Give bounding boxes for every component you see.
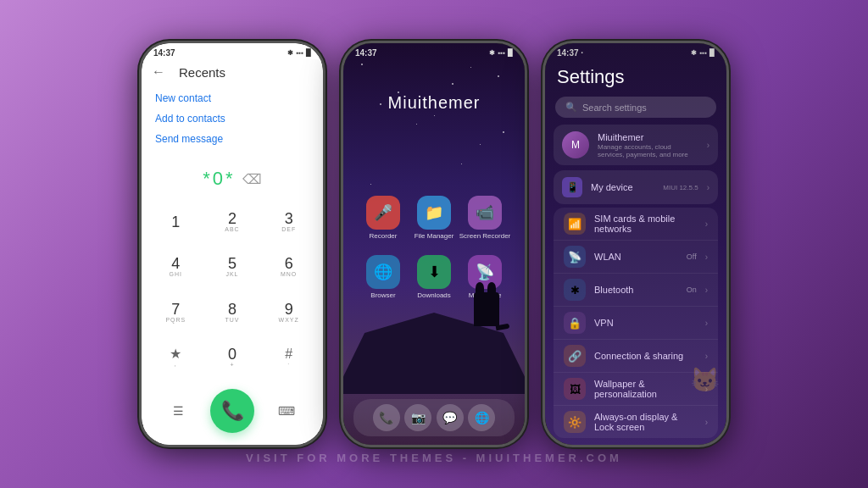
- settings-item-aod[interactable]: 🔆 Always-on display & Lock screen ›: [554, 405, 718, 438]
- dock-browser-icon[interactable]: 🌐: [468, 404, 495, 431]
- bluetooth-icon-2: ✱: [489, 49, 495, 57]
- dialer-bottom-bar: ☰ 📞 ⌨: [142, 382, 323, 445]
- signal-icon-2: ▪▪▪: [498, 49, 505, 57]
- sim-chevron: ›: [705, 219, 708, 229]
- vpn-icon-wrap: 🔒: [564, 312, 586, 334]
- vpn-icon: 🔒: [568, 317, 581, 330]
- status-icons-2: ✱ ▪▪▪ ▉: [489, 49, 513, 57]
- sim-label: SIM cards & mobile networks: [594, 214, 697, 234]
- home-username: Miuithemer: [343, 59, 525, 130]
- settings-item-sim[interactable]: 📶 SIM cards & mobile networks ›: [554, 208, 718, 240]
- status-bar-2: 14:37 ✱ ▪▪▪ ▉: [343, 43, 525, 59]
- connection-chevron: ›: [705, 352, 708, 361]
- time-2: 14:37: [355, 48, 377, 58]
- cat: [474, 292, 499, 326]
- sim-icon: 📶: [568, 218, 581, 230]
- app-row-1: 🎤 Recorder 📁 File Manager 📹 Screen Recor…: [343, 196, 525, 240]
- dock-phone-icon[interactable]: 📞: [373, 404, 400, 431]
- number-display: *0* ⌫: [142, 154, 323, 197]
- aod-icon-wrap: 🔆: [564, 411, 586, 433]
- bluetooth-chevron: ›: [705, 286, 708, 295]
- search-placeholder: Search settings: [582, 103, 647, 113]
- keypad-icon[interactable]: ⌨: [273, 397, 300, 424]
- wlan-icon-wrap: 📡: [564, 246, 586, 268]
- app-screenrecorder-label: Screen Recorder: [459, 232, 510, 240]
- dialer-menu: New contact Add to contacts Send message: [142, 83, 323, 154]
- dial-key-2[interactable]: 2ABC: [205, 200, 260, 243]
- dock-messages-icon[interactable]: 💬: [437, 404, 464, 431]
- send-message-link[interactable]: Send message: [155, 129, 309, 149]
- sim-icon-wrap: 📶: [564, 213, 586, 235]
- aod-content: Always-on display & Lock screen: [594, 412, 697, 432]
- wlan-chevron: ›: [705, 252, 708, 262]
- device-chevron: ›: [707, 183, 709, 192]
- settings-item-wlan[interactable]: 📡 WLAN Off ›: [554, 240, 718, 273]
- app-recorder[interactable]: 🎤 Recorder: [363, 196, 403, 240]
- delete-icon[interactable]: ⌫: [242, 171, 262, 187]
- status-icons-1: ✱ ▪▪▪ ▉: [287, 49, 311, 57]
- dialed-number: *0*: [203, 168, 235, 190]
- phone-dialer: 14:37 ✱ ▪▪▪ ▉ ← Recents New contact Add …: [139, 41, 326, 447]
- dialer-header: ← Recents: [142, 59, 323, 83]
- phones-container: 14:37 ✱ ▪▪▪ ▉ ← Recents New contact Add …: [139, 41, 729, 447]
- account-avatar: M: [562, 131, 589, 158]
- settings-title: Settings: [545, 59, 726, 93]
- wlan-status: Off: [687, 252, 697, 261]
- dial-key-star[interactable]: ★,: [148, 336, 203, 379]
- dock-camera-icon[interactable]: 📷: [404, 404, 431, 431]
- add-contact-link[interactable]: Add to contacts: [155, 108, 309, 129]
- new-contact-link[interactable]: New contact: [155, 88, 309, 108]
- dial-key-4[interactable]: 4GHI: [148, 245, 203, 288]
- settings-account-row[interactable]: M Miuithemer Manage accounts, cloud serv…: [554, 125, 718, 165]
- miui-version: MIUI 12.5.5: [663, 184, 698, 191]
- wlan-content: WLAN: [594, 252, 678, 262]
- connection-icon: 🔗: [568, 350, 581, 363]
- settings-my-device-row[interactable]: 📱 My device MIUI 12.5.5 ›: [554, 170, 718, 204]
- settings-search-bar[interactable]: 🔍 Search settings: [555, 97, 716, 118]
- dial-key-6[interactable]: 6MNO: [261, 245, 316, 288]
- dial-key-8[interactable]: 8TUV: [205, 291, 260, 334]
- sim-content: SIM cards & mobile networks: [594, 214, 697, 234]
- wallpaper-label: Wallpaper & personalization: [594, 379, 697, 399]
- menu-icon[interactable]: ☰: [164, 397, 192, 424]
- recents-title: Recents: [179, 65, 225, 80]
- bluetooth-icon-1: ✱: [287, 49, 293, 57]
- account-sub: Manage accounts, cloud services, payment…: [598, 143, 698, 158]
- aod-chevron: ›: [705, 418, 708, 427]
- wlan-icon: 📡: [568, 251, 581, 263]
- dial-key-9[interactable]: 9WXYZ: [261, 291, 316, 334]
- dial-key-0[interactable]: 0+: [205, 336, 260, 379]
- app-filemanager[interactable]: 📁 File Manager: [414, 196, 454, 240]
- settings-item-vpn[interactable]: 🔒 VPN ›: [554, 306, 718, 339]
- status-bar-1: 14:37 ✱ ▪▪▪ ▉: [142, 43, 323, 59]
- wlan-label: WLAN: [594, 252, 678, 262]
- my-device-label: My device: [591, 182, 654, 192]
- account-name: Miuithemer: [598, 132, 698, 142]
- app-screenrecorder[interactable]: 📹 Screen Recorder: [465, 196, 505, 240]
- bluetooth-icon-wrap: ✱: [564, 279, 586, 301]
- dial-key-3[interactable]: 3DEF: [261, 200, 316, 243]
- connection-icon-wrap: 🔗: [564, 345, 586, 367]
- battery-icon-2: ▉: [508, 49, 513, 57]
- search-icon: 🔍: [565, 102, 577, 113]
- bluetooth-status: On: [687, 286, 697, 294]
- phone-settings: 14:37 · ✱ ▪▪▪ ▉ Settings 🔍 Search settin…: [542, 41, 729, 447]
- dial-key-hash[interactable]: #·: [261, 336, 316, 379]
- back-button[interactable]: ←: [152, 64, 165, 80]
- home-dock: 📞 📷 💬 🌐: [353, 399, 515, 436]
- status-icons-3: ✱ ▪▪▪ ▉: [691, 49, 715, 57]
- vpn-content: VPN: [594, 318, 697, 328]
- app-filemanager-label: File Manager: [415, 232, 454, 240]
- settings-item-bluetooth[interactable]: ✱ Bluetooth On ›: [554, 273, 718, 306]
- bluetooth-content: Bluetooth: [594, 285, 678, 295]
- call-button[interactable]: 📞: [210, 389, 254, 433]
- cat-decoration: 🐱: [690, 366, 720, 394]
- dial-key-5[interactable]: 5JKL: [205, 245, 260, 288]
- battery-icon-1: ▉: [306, 49, 311, 57]
- account-info: Miuithemer Manage accounts, cloud servic…: [598, 132, 698, 158]
- aod-label: Always-on display & Lock screen: [594, 412, 697, 432]
- dial-key-1[interactable]: 1: [148, 200, 203, 243]
- connection-content: Connection & sharing: [594, 351, 697, 361]
- dial-key-7[interactable]: 7PQRS: [148, 291, 203, 334]
- settings-list: 📶 SIM cards & mobile networks › 📡 WLAN O…: [554, 208, 718, 438]
